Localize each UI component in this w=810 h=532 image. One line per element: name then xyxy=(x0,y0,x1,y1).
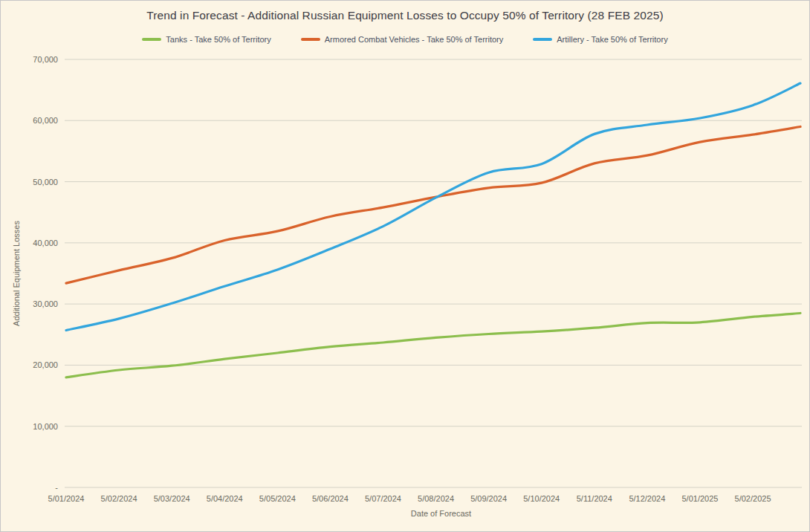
x-tick-label: 5/02/2024 xyxy=(101,494,137,503)
x-tick-label: 5/01/2025 xyxy=(681,494,718,503)
x-tick-label: 5/10/2024 xyxy=(523,494,560,503)
x-tick-label: 5/04/2024 xyxy=(207,494,243,503)
series-line xyxy=(66,127,800,284)
x-tick-label: 5/05/2024 xyxy=(259,494,296,503)
y-tick-label: 20,000 xyxy=(12,360,58,369)
x-axis-title: Date of Forecast xyxy=(75,509,807,518)
series-line xyxy=(66,314,800,377)
y-tick-label: 10,000 xyxy=(12,422,58,431)
y-tick-label: 60,000 xyxy=(12,116,58,125)
y-tick-label: 40,000 xyxy=(12,239,58,247)
x-tick-label: 5/07/2024 xyxy=(365,494,401,503)
y-tick-label: 30,000 xyxy=(12,299,58,308)
x-tick-label: 5/11/2024 xyxy=(577,494,612,503)
plot-area xyxy=(1,1,809,531)
forecast-line-chart: Trend in Forecast - Additional Russian E… xyxy=(0,0,810,532)
x-tick-label: 5/02/2025 xyxy=(735,494,771,503)
x-tick-label: 5/01/2024 xyxy=(48,494,85,503)
x-tick-label: 5/06/2024 xyxy=(312,494,349,503)
x-tick-label: 5/08/2024 xyxy=(418,494,454,503)
x-tick-label: 5/03/2024 xyxy=(154,494,190,503)
x-tick-label: 5/12/2024 xyxy=(629,494,665,503)
y-tick-label: 70,000 xyxy=(12,55,58,64)
y-tick-label: - xyxy=(12,483,58,492)
y-tick-label: 50,000 xyxy=(12,178,58,186)
x-tick-label: 5/09/2024 xyxy=(470,494,507,503)
